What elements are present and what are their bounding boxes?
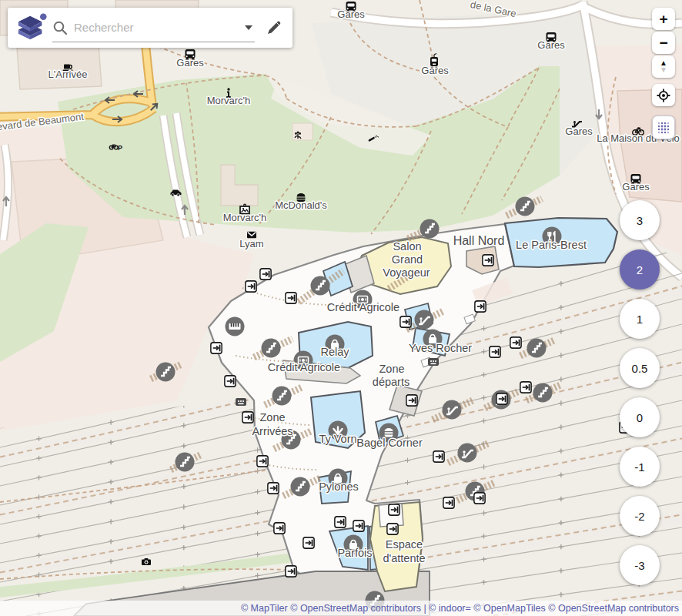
room-label: Zone: [379, 363, 404, 375]
locate-button[interactable]: [652, 84, 675, 106]
room-label: Ty Vorn: [319, 433, 356, 445]
attribution-bar: © MapTiler © OpenStreetMap contributors …: [0, 601, 682, 616]
validator-icon: [236, 398, 246, 406]
level-button-1[interactable]: 1: [620, 299, 660, 339]
room-label: Grand: [392, 253, 423, 266]
level-selector: 3 2 1 0.5 0 -1 -2 -3: [620, 200, 660, 585]
poi-label: Morvarc'h: [207, 95, 251, 106]
stairs-icon: [272, 387, 292, 406]
room-label: Espace: [386, 538, 423, 551]
stairs-icon: [533, 383, 553, 403]
room-label: Salon: [393, 240, 421, 253]
search-card: [8, 8, 293, 48]
app-logo-icon: [15, 12, 48, 43]
room-label: d'attente: [383, 552, 425, 564]
poi-label: Gares: [622, 181, 650, 192]
stairs-icon: [262, 339, 281, 358]
level-button-0[interactable]: 0: [620, 397, 660, 437]
entrance-door-icon: [257, 456, 268, 467]
entrance-door-icon: [353, 521, 364, 531]
stairs-icon: [156, 363, 176, 382]
entrance-door-icon: [474, 493, 485, 504]
room-label: Voyageur: [383, 266, 430, 279]
room-label: Crédit Agricole: [327, 301, 400, 313]
grid-dots-icon: [657, 121, 670, 135]
map-canvas[interactable]: P de la GareBoulevard de BeaumontGaresGa…: [0, 0, 682, 616]
poi-label: Gares: [421, 65, 449, 76]
level-button--2[interactable]: -2: [620, 496, 660, 536]
level-button--3[interactable]: -3: [620, 545, 660, 585]
search-icon: [52, 20, 68, 35]
edit-pencil-icon[interactable]: [265, 18, 283, 37]
entrance-door-icon: [406, 395, 417, 406]
entrance-door-icon: [389, 504, 400, 515]
stairs-icon: [291, 477, 310, 497]
entrance-door-icon: [274, 523, 285, 534]
entrance-door-icon: [260, 269, 271, 280]
room-label: Relay: [320, 346, 349, 358]
entrance-door-icon: [211, 343, 222, 353]
stairs-icon: [311, 276, 330, 296]
entrance-door-icon: [510, 337, 521, 348]
room-label: Pylones: [319, 480, 359, 493]
poi-label: Morvarc'h: [223, 212, 267, 223]
stairs-icon: [527, 339, 547, 358]
esc-icon: [443, 400, 462, 420]
stairs-icon: [420, 219, 440, 239]
room-label: Arrivées: [252, 425, 293, 437]
search-input[interactable]: [72, 20, 241, 35]
entrance-door-icon: [387, 524, 398, 534]
level-button-2[interactable]: 2: [620, 249, 660, 290]
entrance-door-icon: [286, 293, 296, 303]
room-label: Hall Nord: [453, 234, 505, 247]
entrance-door-icon: [246, 281, 256, 292]
level-button--1[interactable]: -1: [620, 447, 660, 487]
entrance-door-icon: [335, 517, 346, 527]
room-label: Yves Rocher: [409, 342, 472, 354]
level-down-icon: ▼: [660, 66, 667, 74]
room-label: Zone: [259, 411, 285, 424]
map-controls: + − ▲ ▼: [652, 8, 675, 139]
poi-label: Gares: [176, 57, 204, 69]
attribution[interactable]: © MapTiler © OpenStreetMap contributors …: [241, 603, 679, 614]
entrance-door-icon: [483, 255, 493, 266]
entrance-door-icon: [268, 483, 279, 494]
entrance-door-icon: [475, 301, 486, 312]
entrance-door-icon: [225, 376, 236, 387]
grid-toggle-button[interactable]: [652, 116, 675, 139]
entrance-door-icon: [496, 393, 507, 404]
room-label: Bagel Corner: [356, 437, 423, 449]
indoor-map-app: P de la GareBoulevard de BeaumontGaresGa…: [0, 0, 682, 616]
poi-label: McDonald's: [275, 199, 327, 211]
poi-label: Gares: [565, 126, 593, 137]
poi-label: Gares: [337, 8, 365, 20]
svg-text:P: P: [118, 144, 122, 152]
level-up-down-button[interactable]: ▲ ▼: [652, 55, 675, 78]
zoom-in-button[interactable]: +: [652, 8, 675, 30]
entrance-door-icon: [242, 412, 253, 423]
entrance-door-icon: [490, 346, 500, 357]
entrance-door-icon: [286, 566, 296, 577]
entrance-door-icon: [303, 537, 314, 548]
room-label: Le Paris-Brest: [516, 239, 587, 251]
chevron-down-icon[interactable]: [244, 25, 253, 31]
entrance-door-icon: [400, 316, 411, 327]
poi-label: Gares: [537, 39, 565, 51]
entrance-door-icon: [520, 382, 531, 393]
envelope-icon: [247, 232, 256, 238]
entrance-door-icon: [433, 451, 444, 462]
locate-target-icon: [657, 89, 670, 102]
level-button-0_5[interactable]: 0.5: [620, 348, 660, 388]
room-label: Crédit Agricole: [268, 361, 340, 373]
poi-label: L'Arrivée: [48, 69, 88, 80]
room-label: départs: [373, 376, 410, 388]
piano-icon: [226, 317, 245, 336]
zoom-out-button[interactable]: −: [652, 32, 675, 54]
poi-label: Lyam: [239, 238, 263, 249]
entrance-door-icon: [443, 497, 454, 508]
esc-icon: [415, 310, 434, 330]
search-field: [52, 14, 255, 42]
stairs-icon: [516, 197, 535, 216]
stairs-icon: [176, 453, 195, 472]
level-button-3[interactable]: 3: [620, 200, 660, 240]
